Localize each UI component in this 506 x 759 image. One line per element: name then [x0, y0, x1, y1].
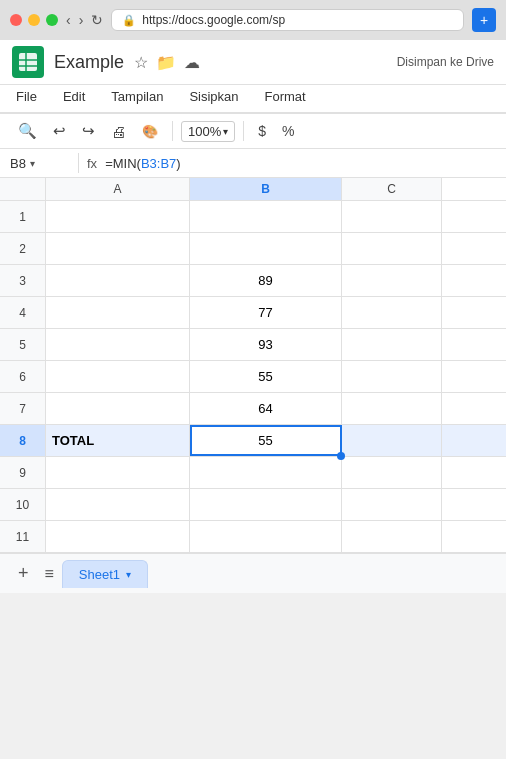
cell-c11[interactable] — [342, 521, 442, 552]
cell-b9[interactable] — [190, 457, 342, 488]
sheet-tabs: + ≡ Sheet1 ▾ — [0, 553, 506, 593]
maximize-button[interactable] — [46, 14, 58, 26]
app-toolbar: Example ☆ 📁 ☁ Disimpan ke Drive — [0, 40, 506, 85]
fill-handle[interactable] — [337, 452, 345, 460]
cloud-icon[interactable]: ☁ — [184, 53, 200, 72]
cell-b7[interactable]: 64 — [190, 393, 342, 424]
cell-a7[interactable] — [46, 393, 190, 424]
row-number: 8 — [0, 425, 46, 456]
cell-b1[interactable] — [190, 201, 342, 232]
cell-reference[interactable]: B8 ▾ — [10, 156, 70, 171]
cell-c4[interactable] — [342, 297, 442, 328]
cell-c7[interactable] — [342, 393, 442, 424]
sheet-tab-dropdown-icon[interactable]: ▾ — [126, 569, 131, 580]
sheet-tab-label: Sheet1 — [79, 567, 120, 582]
cell-a9[interactable] — [46, 457, 190, 488]
add-sheet-button[interactable]: + — [10, 563, 37, 584]
formula-suffix: ) — [176, 156, 180, 171]
zoom-control[interactable]: 100% ▾ — [181, 121, 235, 142]
row-number: 5 — [0, 329, 46, 360]
row-number: 3 — [0, 265, 46, 296]
cell-a5[interactable] — [46, 329, 190, 360]
menu-file[interactable]: File — [12, 87, 41, 106]
row-number: 7 — [0, 393, 46, 424]
address-bar[interactable]: 🔒 https://docs.google.com/sp — [111, 9, 464, 31]
folder-icon[interactable]: 📁 — [156, 53, 176, 72]
cell-b4[interactable]: 77 — [190, 297, 342, 328]
cell-c10[interactable] — [342, 489, 442, 520]
cell-b8[interactable]: 55 — [190, 425, 342, 456]
col-header-c[interactable]: C — [342, 178, 442, 200]
menu-tampilan[interactable]: Tampilan — [107, 87, 167, 106]
toolbar-divider-2 — [243, 121, 244, 141]
cell-b10[interactable] — [190, 489, 342, 520]
minimize-button[interactable] — [28, 14, 40, 26]
row-number: 9 — [0, 457, 46, 488]
sheet-menu-button[interactable]: ≡ — [37, 565, 62, 583]
cell-a10[interactable] — [46, 489, 190, 520]
paint-format-button[interactable]: 🎨 — [136, 120, 164, 143]
formula-divider — [78, 153, 79, 173]
table-row: 9 — [0, 457, 506, 489]
cell-b2[interactable] — [190, 233, 342, 264]
cell-c9[interactable] — [342, 457, 442, 488]
print-button[interactable]: 🖨 — [105, 119, 132, 144]
cell-b6[interactable]: 55 — [190, 361, 342, 392]
row-num-header — [0, 178, 46, 200]
cell-a3[interactable] — [46, 265, 190, 296]
cell-a6[interactable] — [46, 361, 190, 392]
cell-c2[interactable] — [342, 233, 442, 264]
undo-button[interactable]: ↩ — [47, 118, 72, 144]
menu-bar: File Edit Tampilan Sisipkan Format — [0, 85, 506, 113]
redo-button[interactable]: ↪ — [76, 118, 101, 144]
toolbar-divider — [172, 121, 173, 141]
cell-b3[interactable]: 89 — [190, 265, 342, 296]
menu-format[interactable]: Format — [261, 87, 310, 106]
col-header-a[interactable]: A — [46, 178, 190, 200]
cell-a2[interactable] — [46, 233, 190, 264]
percent-button[interactable]: % — [276, 119, 300, 143]
cell-b5[interactable]: 93 — [190, 329, 342, 360]
cell-c6[interactable] — [342, 361, 442, 392]
cell-c3[interactable] — [342, 265, 442, 296]
drive-save-label: Disimpan ke Drive — [397, 55, 494, 69]
table-row: 7 64 — [0, 393, 506, 425]
cell-b8-value: 55 — [258, 433, 272, 448]
cell-a11[interactable] — [46, 521, 190, 552]
extension-icon[interactable]: + — [472, 8, 496, 32]
forward-button[interactable]: › — [79, 12, 84, 28]
cell-a1[interactable] — [46, 201, 190, 232]
app-title: Example — [54, 52, 124, 73]
fx-label: fx — [87, 156, 97, 171]
row-number: 10 — [0, 489, 46, 520]
star-icon[interactable]: ☆ — [134, 53, 148, 72]
cell-a4[interactable] — [46, 297, 190, 328]
currency-button[interactable]: $ — [252, 119, 272, 143]
menu-edit[interactable]: Edit — [59, 87, 89, 106]
table-row: 3 89 — [0, 265, 506, 297]
cell-c5[interactable] — [342, 329, 442, 360]
search-button[interactable]: 🔍 — [12, 118, 43, 144]
close-button[interactable] — [10, 14, 22, 26]
lock-icon: 🔒 — [122, 14, 136, 27]
menu-sisipkan[interactable]: Sisipkan — [185, 87, 242, 106]
cell-ref-value: B8 — [10, 156, 26, 171]
cell-a8[interactable]: TOTAL — [46, 425, 190, 456]
back-button[interactable]: ‹ — [66, 12, 71, 28]
cell-c1[interactable] — [342, 201, 442, 232]
table-row: 5 93 — [0, 329, 506, 361]
cell-c8[interactable] — [342, 425, 442, 456]
table-row: 10 — [0, 489, 506, 521]
traffic-lights — [10, 14, 58, 26]
spreadsheet: A B C 1 2 3 89 4 77 5 93 6 55 — [0, 178, 506, 553]
table-row: 6 55 — [0, 361, 506, 393]
row-number: 11 — [0, 521, 46, 552]
col-header-b[interactable]: B — [190, 178, 342, 200]
cell-ref-dropdown-icon[interactable]: ▾ — [30, 158, 35, 169]
table-row: 1 — [0, 201, 506, 233]
cell-b11[interactable] — [190, 521, 342, 552]
sheet-tab-sheet1[interactable]: Sheet1 ▾ — [62, 560, 148, 588]
icon-toolbar: 🔍 ↩ ↪ 🖨 🎨 100% ▾ $ % — [0, 114, 506, 149]
reload-button[interactable]: ↻ — [91, 12, 103, 28]
zoom-value: 100% — [188, 124, 221, 139]
